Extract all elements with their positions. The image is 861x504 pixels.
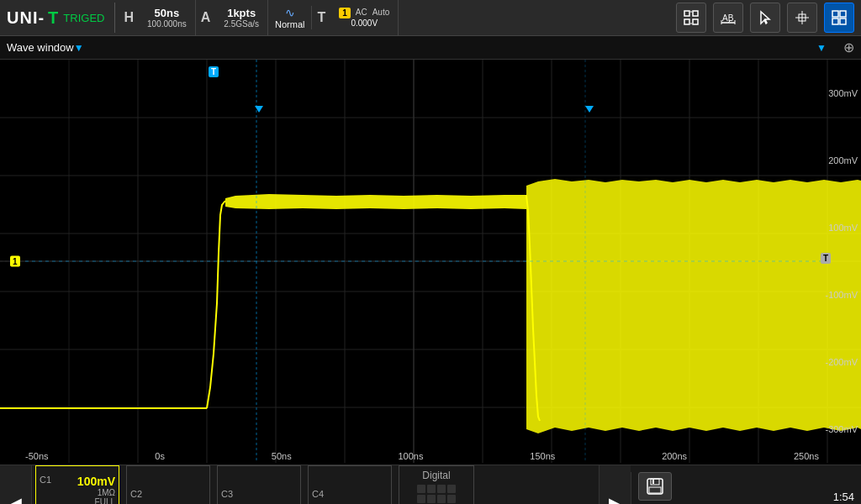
ch2-name: C2 (130, 489, 142, 499)
acq-pts: 1kpts (227, 7, 256, 19)
ch1-impedance: 1MΩ (98, 488, 115, 497)
svg-rect-15 (840, 11, 846, 17)
ch1-marker: 1 (10, 256, 20, 267)
ch1-fill: FULL (95, 497, 115, 505)
wave-dropdown-arrow2[interactable]: ▼ (816, 42, 827, 54)
svg-rect-16 (832, 18, 838, 24)
acquisition-group[interactable]: 1kpts 2.5GSa/s (215, 0, 268, 36)
cross-pattern-btn[interactable] (787, 3, 817, 33)
brand-uni-text: UNI- (7, 8, 45, 28)
trigger-marker-triangle-2 (585, 106, 594, 113)
svg-rect-0 (684, 11, 689, 16)
channel-4-block[interactable]: C4 OFF (308, 465, 392, 505)
wave-dropdown-arrow[interactable]: ▼ (74, 42, 84, 54)
time-200ns: 200ns (662, 451, 687, 461)
dig-dot-7 (437, 495, 446, 503)
nav-right-arrow[interactable]: ▶ (599, 465, 631, 505)
trigger-marker-triangle-1 (255, 106, 263, 113)
active-mode-btn[interactable] (824, 3, 854, 33)
t-marker-top: T (209, 66, 219, 77)
channel-bar: ◀ C1 100mV 1MΩ FULL 1X ∿ 0.00V C2 OFF C3 (0, 465, 861, 504)
dig-dot-3 (437, 485, 446, 493)
acq-mode-label: Normal (275, 19, 304, 29)
acq-sps: 2.5GSa/s (224, 19, 259, 29)
trigger-t-label: T (317, 10, 325, 25)
trigger-type-label: AC (356, 8, 367, 18)
wave-zoom-icon[interactable]: ⊕ (843, 39, 854, 55)
time-minus50ns: -50ns (25, 451, 49, 461)
acq-waveform-icon: ∿ (285, 6, 295, 19)
trigger-ch-badge: 1 (339, 8, 351, 18)
svg-marker-41 (526, 179, 861, 433)
time-50ns: 50ns (272, 451, 292, 461)
toolbar: UNI- T TRIGED H 50ns 100.000ns A 1kpts 2… (0, 0, 861, 36)
brand-logo: UNI- T TRIGED (0, 8, 111, 28)
trigger-voltage-value: 0.000V (351, 18, 378, 28)
channel-2-block[interactable]: C2 OFF (126, 465, 210, 505)
digital-grid (417, 485, 456, 505)
svg-rect-1 (693, 11, 698, 16)
time-100ns: 100ns (399, 451, 424, 461)
svg-rect-45 (647, 479, 663, 494)
time-250ns: 250ns (794, 451, 819, 461)
cursor-btn[interactable] (750, 3, 780, 33)
oscilloscope-grid (0, 60, 861, 463)
trigger-level-label: Auto (372, 8, 390, 18)
clock-time: 1:54 (833, 491, 854, 503)
toolbar-separator (114, 3, 115, 33)
toolbar-right-icons: AB (674, 3, 861, 33)
save-to-disk-btn[interactable] (638, 472, 672, 501)
svg-text:AB: AB (722, 13, 734, 23)
t-marker-right: T (821, 253, 831, 264)
svg-rect-47 (652, 480, 654, 484)
wave-window: Wave window ▼ ▼ ⊕ (0, 36, 861, 465)
horizontal-time-group[interactable]: 50ns 100.000ns (139, 0, 196, 36)
save-icons-group (631, 472, 679, 505)
dig-dot-5 (417, 495, 425, 503)
h-time-value: 50ns (155, 7, 180, 19)
svg-rect-17 (840, 18, 846, 24)
ch4-name: C4 (312, 489, 324, 499)
svg-rect-48 (649, 487, 661, 493)
channel-1-block[interactable]: C1 100mV 1MΩ FULL 1X ∿ 0.00V (35, 465, 119, 505)
wave-title-bar: Wave window ▼ ▼ ⊕ (0, 36, 861, 60)
brand-triged-text: TRIGED (63, 12, 104, 24)
wave-title-text: Wave window (7, 41, 74, 54)
time-status: 1:54 2021/11/20 (800, 491, 861, 505)
grid-settings-btn[interactable] (676, 3, 706, 33)
svg-marker-40 (225, 194, 526, 209)
svg-rect-14 (832, 11, 838, 17)
dig-dot-1 (417, 485, 425, 493)
h-subtime-value: 100.000ns (147, 19, 187, 29)
h-label: H (124, 10, 134, 25)
time-150ns: 150ns (530, 451, 555, 461)
brand-t-text: T (48, 8, 58, 28)
channel-3-block[interactable]: C3 OFF (217, 465, 301, 505)
digital-label: Digital (422, 470, 450, 481)
ch1-name: C1 (40, 475, 51, 488)
svg-rect-2 (684, 19, 689, 24)
ch1-voltage: 100mV (77, 475, 115, 488)
oscilloscope-canvas: 1 T T 300mV 200mV 100mV -100mV -200mV -3… (0, 60, 861, 463)
svg-rect-46 (651, 479, 659, 485)
trigger-group[interactable]: 1 AC Auto 0.000V (330, 0, 399, 36)
a-label: A (201, 10, 211, 25)
dig-dot-6 (427, 495, 436, 503)
nav-left-arrow[interactable]: ◀ (0, 465, 32, 505)
dig-dot-4 (447, 485, 456, 493)
svg-rect-3 (693, 19, 698, 24)
ch3-name: C3 (221, 489, 233, 499)
digital-block[interactable]: Digital 0 15 (399, 465, 474, 505)
measure-btn[interactable]: AB (713, 3, 743, 33)
time-0s: 0s (155, 451, 165, 461)
dig-dot-8 (447, 495, 456, 503)
dig-dot-2 (427, 485, 436, 493)
time-labels: -50ns 0s 50ns 100ns 150ns 200ns 250ns (25, 451, 819, 461)
acq-mode-group[interactable]: ∿ Normal (268, 6, 312, 29)
